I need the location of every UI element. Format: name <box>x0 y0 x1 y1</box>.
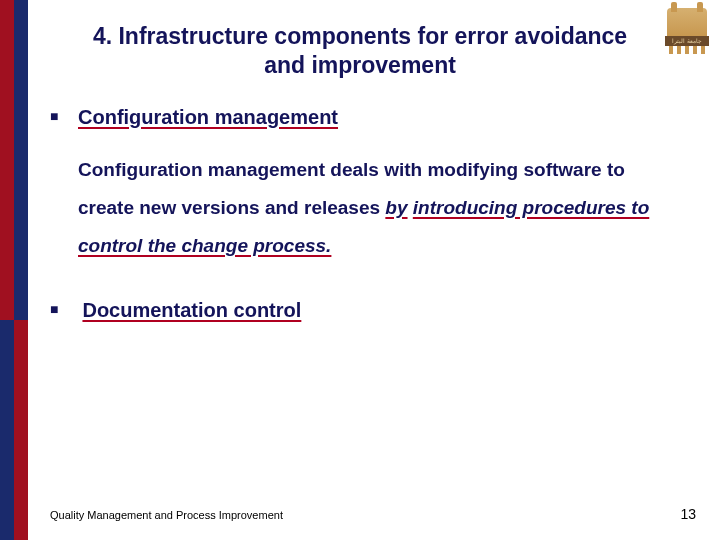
logo-building-icon <box>667 8 707 36</box>
footer-title: Quality Management and Process Improveme… <box>50 509 283 521</box>
bullet-body: Configuration management deals with modi… <box>78 151 670 265</box>
slide-content: 4. Infrastructure components for error a… <box>50 22 670 342</box>
bullet-heading: Documentation control <box>82 299 301 321</box>
sidebar-blue-bottom <box>0 320 14 540</box>
body-text-by: by <box>385 197 407 218</box>
bullet-heading: Configuration management <box>78 106 338 128</box>
sidebar-red-top <box>0 0 14 320</box>
sidebar-accent <box>0 0 28 540</box>
sidebar-red-bottom <box>14 320 28 540</box>
sidebar-blue-top <box>14 0 28 320</box>
slide-footer: Quality Management and Process Improveme… <box>50 506 696 522</box>
bullet-item-doc-control: Documentation control <box>50 299 670 322</box>
slide-title: 4. Infrastructure components for error a… <box>50 22 670 80</box>
logo-text: جامعة البترا <box>665 36 709 46</box>
university-logo: جامعة البترا <box>664 6 710 58</box>
bullet-item-config-mgmt: Configuration management Configuration m… <box>50 106 670 265</box>
bullet-list: Configuration management Configuration m… <box>50 106 670 322</box>
page-number: 13 <box>680 506 696 522</box>
logo-columns-icon <box>667 46 707 56</box>
